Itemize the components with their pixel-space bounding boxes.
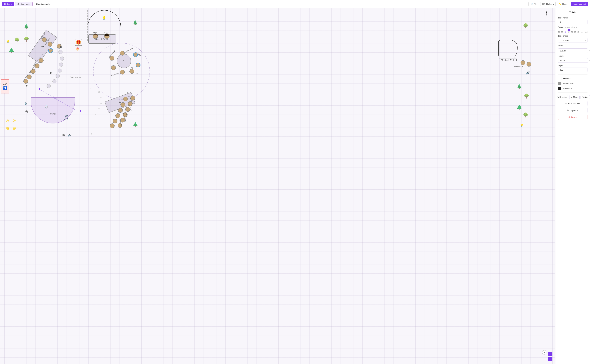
tree-4: 🌲	[133, 20, 138, 25]
canvas-area[interactable]: N WC 🚻 💡 🎁 🎂 Bride & Groom Bride Groom	[0, 8, 555, 364]
zoom-out-button[interactable]: −	[548, 357, 552, 361]
star-icon-3: 🌟	[12, 127, 16, 130]
sparkle-icon: ✨	[12, 119, 16, 123]
empty-seat-3	[59, 63, 63, 67]
seat-olivia	[42, 37, 47, 42]
move-button[interactable]: ⤢ Move	[569, 95, 580, 99]
seat-kitty	[123, 97, 128, 101]
plug-icon: 🔌	[25, 109, 29, 113]
fill-color-row: Fill color	[558, 77, 588, 80]
ruler-icon: 📏	[559, 3, 561, 5]
add-element-button[interactable]: + Add element	[571, 2, 588, 6]
tree-3: 🌲	[9, 48, 14, 53]
num-11: 11	[100, 102, 102, 104]
seat-1e	[120, 70, 125, 74]
width-unit: Inches	[589, 49, 590, 52]
cake-icon: 🎂	[75, 46, 80, 51]
duplicate-button[interactable]: ⧉ Duplicate	[558, 108, 588, 113]
kit-label: Kit	[136, 73, 138, 74]
catering-mode-button[interactable]: Catering mode	[34, 2, 52, 6]
seating-mode-button[interactable]: Seating mode	[15, 2, 32, 6]
slider-track	[558, 30, 588, 30]
border-color-swatch[interactable]	[558, 82, 561, 85]
file-icon: 📄	[531, 3, 533, 5]
empty-seat-1	[58, 50, 63, 54]
rotation-button[interactable]: ↻ Rotation	[556, 95, 568, 99]
handle-left[interactable]	[25, 84, 28, 87]
text-color-label: Text color	[563, 87, 572, 90]
height-label: Height	[558, 55, 588, 57]
size-button[interactable]: ⇲ Size	[581, 95, 590, 99]
width-input[interactable]	[558, 48, 588, 53]
seat-left-end	[23, 79, 28, 84]
fill-color-swatch[interactable]	[558, 77, 561, 80]
space-slider[interactable]: 45 55 60 65 75 85 95 105 115	[558, 30, 588, 33]
groom-avatar	[104, 33, 110, 39]
empty-seat-6	[52, 79, 57, 83]
locate-button[interactable]: ⊕	[542, 350, 546, 355]
zoom-controls: + −	[548, 352, 552, 361]
seat-maid	[120, 51, 125, 56]
seat-1d	[130, 69, 134, 74]
seat-izanel	[118, 108, 123, 113]
empty-seat-5	[56, 74, 60, 78]
close-button[interactable]: ✕ Close	[2, 2, 14, 6]
table-name-label: Table name	[558, 17, 588, 19]
table-name-input[interactable]	[558, 20, 588, 24]
bride-label: Bride	[93, 32, 97, 33]
eye-icon: 👁	[565, 102, 567, 105]
file-button[interactable]: 📄 File	[528, 2, 539, 6]
lightbulb-icon-2: 💡	[6, 40, 10, 44]
trash-icon: 🗑	[568, 116, 570, 118]
text-color-row: Text color	[558, 87, 588, 90]
space-label: Space between chairs	[558, 26, 588, 28]
action-row: ↻ Rotation ⤢ Move ⇲ Size	[558, 95, 588, 99]
num-12: 12	[100, 97, 102, 98]
fill-color-label: Fill color	[563, 77, 571, 80]
tree-5: 🌳	[523, 23, 528, 28]
height-input[interactable]	[558, 58, 588, 63]
speaker-icon: 🔊	[526, 71, 530, 75]
right-panel: Table Table name Space between chairs 45…	[555, 8, 590, 364]
ruler-button[interactable]: 📏 Ruler	[557, 2, 569, 6]
main-layout: N WC 🚻 💡 🎁 🎂 Bride & Groom Bride Groom	[0, 8, 590, 364]
move-icon: ⤢	[571, 96, 573, 98]
seat-cyra	[115, 113, 120, 118]
michelle-label: Michelle Frye	[110, 72, 119, 77]
slider-thumb[interactable]	[568, 29, 570, 31]
bulb-icon-2: 💡	[520, 124, 524, 127]
bride-avatar	[93, 33, 98, 39]
wc-icon: 🚻	[3, 86, 7, 90]
num-14: 14	[90, 87, 91, 89]
seat-gregor	[48, 42, 52, 46]
panel-title: Table	[558, 11, 588, 14]
toolbar: ✕ Close Seating mode Catering mode 📄 Fil…	[0, 0, 590, 8]
tree-9: 🌳	[523, 112, 528, 117]
tree-2: 🌳	[14, 37, 20, 43]
tree-1: 🌲	[24, 24, 29, 29]
tree-7: 🌳	[524, 93, 529, 99]
maid-honor-label: Maid-of-honor	[125, 47, 133, 53]
height-unit: Inches	[589, 59, 590, 62]
slider-fill	[558, 30, 568, 30]
hide-seats-button[interactable]: 👁 Hide all seats	[558, 101, 588, 106]
speaker-icon-2: 🔈	[25, 101, 28, 105]
piano-person1	[520, 60, 525, 65]
piano-person2	[526, 62, 531, 67]
width-row: Inches	[558, 47, 588, 53]
stage-ring-icon: 💍	[45, 105, 48, 109]
handle-bottom[interactable]	[49, 72, 52, 74]
table-shape-select[interactable]: Long table Round table Square table	[558, 38, 588, 42]
angle-input[interactable]	[558, 68, 588, 72]
stage-audio-icon: 🎵	[64, 115, 69, 120]
num-10: 10	[98, 108, 100, 110]
delete-button[interactable]: 🗑 Delete	[558, 115, 588, 120]
zoom-in-button[interactable]: +	[548, 352, 552, 357]
hotkeys-button[interactable]: ⌨ Hotkeys	[540, 2, 556, 6]
seat-1c	[136, 63, 141, 67]
handle-top-right[interactable]	[59, 46, 62, 48]
text-color-swatch[interactable]	[558, 87, 561, 90]
svg-rect-4	[499, 59, 517, 61]
table-1[interactable]: 1	[117, 54, 131, 68]
seat-best	[133, 52, 138, 57]
